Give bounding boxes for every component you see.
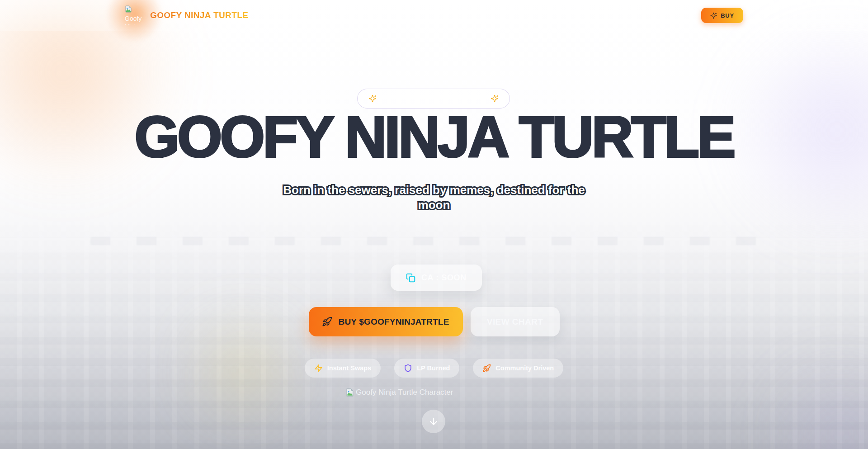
feature-badge-row: Instant Swaps LP Burned Community Driven bbox=[0, 359, 868, 378]
badge-label: Community Driven bbox=[495, 364, 554, 372]
view-chart-label: VIEW CHART bbox=[487, 317, 543, 327]
hero-section: GOOFY NINJA TURTLE Born in the sewers, r… bbox=[0, 0, 868, 449]
rocket-icon bbox=[322, 317, 332, 327]
brand-logo-image: Goofy Ninja Turtle Logo bbox=[125, 5, 144, 25]
character-image-placeholder: Goofy Ninja Turtle Character bbox=[346, 388, 453, 397]
zap-icon bbox=[314, 364, 323, 373]
broken-image-icon bbox=[346, 388, 354, 397]
contract-address-copy-button[interactable]: CA : SOON bbox=[391, 265, 482, 291]
sparkles-icon bbox=[368, 95, 377, 103]
sparkles-icon bbox=[491, 95, 499, 103]
badge-label: LP Burned bbox=[417, 364, 450, 372]
badge-lp-burned: LP Burned bbox=[394, 359, 459, 378]
page-title: GOOFY NINJA TURTLE bbox=[0, 109, 868, 165]
view-chart-button[interactable]: VIEW CHART bbox=[471, 307, 560, 336]
arrow-down-icon bbox=[428, 416, 439, 427]
nav-buy-label: BUY bbox=[721, 12, 734, 19]
badge-community-driven: Community Driven bbox=[473, 359, 563, 378]
logo-alt-text: Goofy Ninja Turtle Logo bbox=[125, 14, 144, 25]
header: Goofy Ninja Turtle Logo GOOFY NINJA TURT… bbox=[0, 0, 868, 31]
character-alt-text: Goofy Ninja Turtle Character bbox=[356, 388, 453, 397]
badge-label: Instant Swaps bbox=[327, 364, 372, 372]
hero-subtitle: Born in the sewers, raised by memes, des… bbox=[276, 183, 592, 213]
sparkles-icon bbox=[710, 12, 717, 19]
brand-title: GOOFY NINJA TURTLE bbox=[150, 10, 248, 20]
broken-image-icon bbox=[125, 5, 132, 13]
badge-instant-swaps: Instant Swaps bbox=[305, 359, 381, 378]
buy-token-label: BUY $GOOFYNINJATRTLE bbox=[338, 317, 449, 327]
scroll-down-button[interactable] bbox=[422, 410, 445, 433]
shield-icon bbox=[404, 364, 412, 373]
buy-token-button[interactable]: BUY $GOOFYNINJATRTLE bbox=[309, 307, 463, 336]
contract-address-label: CA : SOON bbox=[421, 273, 467, 283]
cta-row: BUY $GOOFYNINJATRTLE VIEW CHART bbox=[0, 307, 868, 336]
brand-home-link[interactable]: Goofy Ninja Turtle Logo GOOFY NINJA TURT… bbox=[125, 5, 248, 25]
decorative-ticker-row bbox=[90, 237, 778, 245]
nav-buy-button[interactable]: BUY bbox=[701, 8, 743, 23]
copy-icon bbox=[406, 273, 415, 283]
rocket-icon bbox=[482, 364, 491, 373]
